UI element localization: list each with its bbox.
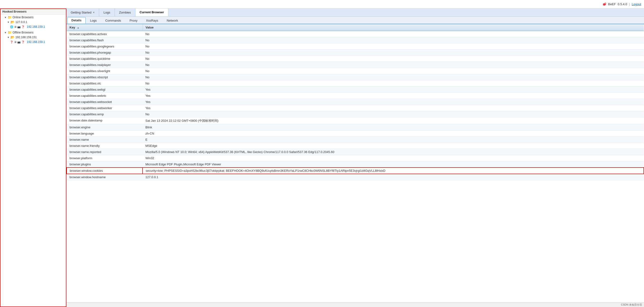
sort-arrow-key: ▲	[77, 26, 79, 29]
offline-ip: 192.168.159.151	[16, 36, 37, 39]
table-row: browser.capabilities.webrtcYes	[67, 93, 644, 99]
online-browsers-group: ▼ 📁 Online Browsers ▼ 📂 127.0.0.1 🌐 🖥 📷 …	[0, 14, 66, 30]
table-cell-key: browser.engine	[67, 124, 142, 130]
tab-logs[interactable]: Logs	[99, 8, 114, 16]
table-cell-value: Mozilla/5.0 (Windows NT 10.0; Win64; x64…	[142, 149, 644, 155]
table-cell-value: No	[142, 68, 644, 74]
table-cell-key: browser.name	[67, 137, 142, 143]
table-cell-key: browser.name.friendly	[67, 143, 142, 149]
table-cell-value: No	[142, 74, 644, 80]
browser-icon-e: 🌐	[10, 26, 13, 28]
table-cell-value: Yes	[142, 93, 644, 99]
tab-getting-started[interactable]: Getting Started ✕	[66, 8, 99, 16]
beef-icon: 🥩	[602, 2, 606, 6]
table-cell-value: E	[142, 137, 644, 143]
table-cell-key: browser.capabilities.phonegap	[67, 50, 142, 56]
offline-expand-arrow: ▼	[4, 31, 7, 34]
table-cell-key: browser.language	[67, 130, 142, 137]
table-cell-value: security=low; PHPSESSID=a3poh52bc96uc3j0…	[142, 168, 644, 174]
browser-icon-ie: 🖥	[14, 26, 16, 28]
offline-browsers-section[interactable]: ▼ 📁 Offline Browsers	[0, 30, 66, 35]
footer: CSDN 未知百分百	[66, 302, 644, 307]
table-row: browser.date.datestampSat Jan 13 2024 22…	[67, 118, 644, 124]
table-cell-value: Blink	[142, 124, 644, 130]
table-cell-value: No	[142, 111, 644, 118]
col-key-header[interactable]: Key ▲	[67, 24, 142, 31]
table-row: browser.capabilities.quicktimeNo	[67, 56, 644, 62]
table-row: browser.window.hostname127.0.0.1	[67, 174, 644, 180]
table-cell-value: Sat Jan 13 2024 22:12:02 GMT+0800 (中国标准时…	[142, 118, 644, 124]
col-value-header[interactable]: Value	[142, 24, 644, 31]
offline-section-label: Offline Browsers	[12, 31, 34, 34]
table-row: browser.capabilities.silverlightNo	[67, 68, 644, 74]
top-tab-bar: Getting Started ✕ Logs Zombies Current B…	[66, 8, 644, 16]
online-section-label: Online Browsers	[12, 16, 34, 19]
table-cell-value: No	[142, 62, 644, 68]
offline-browser-icons-row[interactable]: ❓ 🖥 📷 ❓ 192.168.159.1	[0, 40, 66, 44]
table-cell-value: 127.0.0.1	[142, 174, 644, 180]
subtab-network[interactable]: Network	[163, 17, 182, 24]
content-area: Getting Started ✕ Logs Zombies Current B…	[66, 8, 644, 307]
online-ip-group[interactable]: ▼ 📂 127.0.0.1	[0, 20, 66, 24]
separator: |	[629, 2, 630, 6]
folder-icon: 📁	[8, 16, 12, 19]
table-cell-key: browser.date.datestamp	[67, 118, 142, 124]
online-ip: 127.0.0.1	[16, 20, 27, 24]
table-row: browser.capabilities.vlcNo	[67, 80, 644, 86]
table-cell-value: No	[142, 56, 644, 62]
topbar-actions: 🥩 BeEF 0.5.4.0 | Logout	[602, 2, 641, 6]
ip-folder-icon: 📂	[10, 20, 14, 24]
table-cell-value: Yes	[142, 86, 644, 93]
table-cell-value: Yes	[142, 105, 644, 111]
offline-browsers-group: ▼ 📁 Offline Browsers ▼ 📂 192.168.159.151…	[0, 30, 66, 45]
subtab-logs[interactable]: Logs	[86, 17, 101, 24]
expand-arrow: ▼	[4, 16, 7, 19]
topbar: 🥩 BeEF 0.5.4.0 | Logout	[0, 0, 644, 8]
table-row: browser.capabilities.websocketYes	[67, 99, 644, 105]
table-cell-value: No	[142, 37, 644, 44]
sidebar: Hooked Browsers ▼ 📁 Online Browsers ▼ 📂 …	[0, 8, 66, 307]
tab-zombies[interactable]: Zombies	[115, 8, 136, 16]
offline-browser-icon-ff: 📷	[17, 40, 21, 44]
table-cell-value: Microsoft Edge PDF Plugin,Microsoft Edge…	[142, 161, 644, 168]
offline-folder-icon: 📁	[8, 30, 12, 34]
table-row: browser.capabilities.phonegapNo	[67, 50, 644, 56]
table-cell-key: browser.platform	[67, 155, 142, 161]
table-row: browser.capabilities.activexNo	[67, 31, 644, 37]
subtab-details[interactable]: Details	[67, 17, 86, 24]
hooked-browsers-header: Hooked Browsers	[0, 9, 66, 14]
close-tab-icon[interactable]: ✕	[93, 11, 95, 14]
table-cell-key: browser.capabilities.webworker	[67, 105, 142, 111]
online-browser-icons-row[interactable]: 🌐 🖥 📷 ❓ 192.168.159.1	[0, 24, 66, 29]
online-browsers-section[interactable]: ▼ 📁 Online Browsers	[0, 15, 66, 20]
table-cell-key: browser.capabilities.wmp	[67, 111, 142, 118]
table-cell-value: zh-CN	[142, 130, 644, 137]
table-cell-key: browser.capabilities.webgl	[67, 86, 142, 93]
main-layout: Hooked Browsers ▼ 📁 Online Browsers ▼ 📂 …	[0, 8, 644, 307]
offline-browser-icon-q: ❓	[10, 40, 13, 44]
details-table-area: Key ▲ Value browser.capabilities.activex…	[66, 24, 644, 302]
logout-link[interactable]: Logout	[632, 2, 641, 6]
tab-current-browser[interactable]: Current Browser	[136, 8, 169, 16]
table-row: browser.platformWin32	[67, 155, 644, 161]
offline-browser-icon-ie: 🖥	[14, 40, 16, 44]
table-row: browser.window.cookiessecurity=low; PHPS…	[67, 168, 644, 174]
table-row: browser.capabilities.wmpNo	[67, 111, 644, 118]
subtab-proxy[interactable]: Proxy	[126, 17, 141, 24]
offline-ip-group[interactable]: ▼ 📂 192.168.159.151	[0, 35, 66, 40]
table-cell-key: browser.capabilities.vlc	[67, 80, 142, 86]
table-row: browser.capabilities.vbscriptNo	[67, 74, 644, 80]
table-cell-key: browser.name.reported	[67, 149, 142, 155]
sub-tab-bar: Details Logs Commands Proxy XssRays Netw…	[66, 16, 644, 24]
browser-icon-q: ❓	[21, 26, 25, 28]
table-cell-value: Yes	[142, 99, 644, 105]
table-row: browser.name.reportedMozilla/5.0 (Window…	[67, 149, 644, 155]
app-name: BeEF	[608, 2, 616, 6]
subtab-xssrays[interactable]: XssRays	[142, 17, 162, 24]
table-row: browser.languagezh-CN	[67, 130, 644, 137]
ip-expand-arrow: ▼	[7, 21, 10, 24]
subtab-commands[interactable]: Commands	[101, 17, 125, 24]
browser-icon-ff: 📷	[17, 26, 21, 28]
table-cell-key: browser.capabilities.flash	[67, 37, 142, 44]
table-cell-key: browser.capabilities.websocket	[67, 99, 142, 105]
